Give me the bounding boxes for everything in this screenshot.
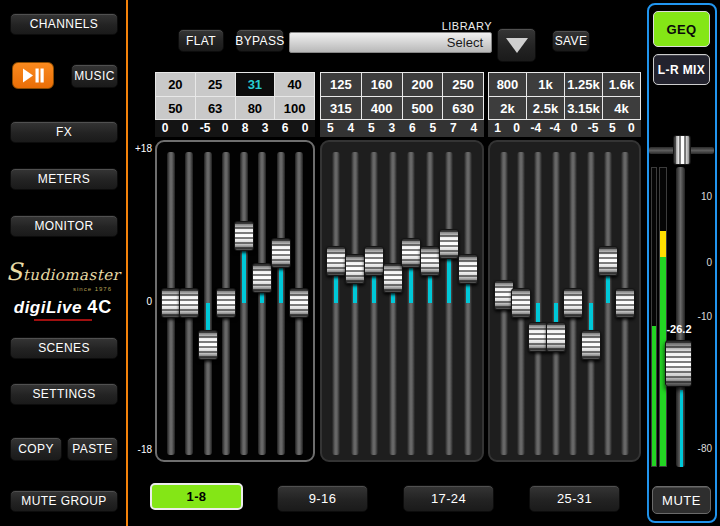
settings-button[interactable]: SETTINGS (10, 383, 118, 405)
fader-knob[interactable] (458, 254, 478, 284)
fader-track[interactable] (332, 152, 340, 455)
freq-cell-1.25k[interactable]: 1.25k (564, 73, 602, 96)
band-fader-8 (290, 142, 308, 460)
range-button-1-8[interactable]: 1-8 (150, 483, 243, 510)
fader-panel (155, 140, 315, 462)
bypass-button[interactable]: BYPASS (236, 29, 284, 52)
fader-knob[interactable] (179, 288, 199, 318)
monitor-button[interactable]: MONITOR (10, 215, 118, 237)
freq-cell-1k[interactable]: 1k (526, 73, 564, 96)
gain-value: 6 (275, 120, 295, 137)
fader-knob[interactable] (420, 246, 440, 276)
master-fader-value: -26.2 (657, 323, 701, 335)
gain-value: 0 (565, 120, 584, 137)
range-button-25-31[interactable]: 25-31 (529, 485, 620, 512)
freq-cell-800[interactable]: 800 (489, 73, 526, 96)
frequency-row: 2k2.5k3.15k4k (489, 96, 640, 119)
save-button[interactable]: SAVE (552, 30, 590, 52)
mute-group-button[interactable]: MUTE GROUP (10, 490, 118, 512)
freq-cell-31[interactable]: 31 (235, 73, 275, 96)
library-select-field[interactable]: Select (289, 32, 492, 53)
freq-cell-4k[interactable]: 4k (602, 97, 640, 119)
fader-knob[interactable] (364, 246, 384, 276)
freq-cell-200[interactable]: 200 (402, 73, 443, 96)
freq-cell-3.15k[interactable]: 3.15k (564, 97, 602, 119)
fader-knob[interactable] (511, 288, 531, 318)
fader-knob[interactable] (401, 238, 421, 268)
play-pause-button[interactable] (12, 62, 54, 89)
freq-cell-1.6k[interactable]: 1.6k (602, 73, 640, 96)
fader-track[interactable] (464, 152, 472, 455)
freq-cell-630[interactable]: 630 (442, 97, 483, 119)
scenes-button[interactable]: SCENES (10, 337, 118, 359)
band-fader-5 (235, 142, 253, 460)
fader-track[interactable] (389, 152, 397, 455)
lr-mix-button[interactable]: L-R MIX (653, 54, 710, 85)
fader-knob[interactable] (345, 254, 365, 284)
fader-knob[interactable] (581, 330, 601, 360)
freq-cell-400[interactable]: 400 (361, 97, 402, 119)
channels-button[interactable]: CHANNELS (10, 13, 118, 35)
paste-button[interactable]: PASTE (67, 437, 118, 461)
fader-knob[interactable] (216, 288, 236, 318)
band-fader-5 (565, 142, 582, 460)
fader-knob[interactable] (546, 322, 566, 352)
freq-cell-80[interactable]: 80 (235, 97, 275, 119)
fader-knob[interactable] (598, 246, 618, 276)
freq-cell-125[interactable]: 125 (321, 73, 361, 96)
fader-knob[interactable] (198, 330, 218, 360)
freq-cell-63[interactable]: 63 (195, 97, 235, 119)
meters-button[interactable]: METERS (10, 168, 118, 190)
fader-track[interactable] (604, 152, 612, 455)
geq-tab-button[interactable]: GEQ (653, 11, 710, 47)
fader-track[interactable] (258, 152, 266, 455)
fader-knob[interactable] (271, 238, 291, 268)
fader-track[interactable] (407, 152, 415, 455)
freq-cell-25[interactable]: 25 (195, 73, 235, 96)
band-fader-2 (180, 142, 198, 460)
range-button-17-24[interactable]: 17-24 (403, 485, 494, 512)
fader-knob[interactable] (563, 288, 583, 318)
fader-track[interactable] (240, 152, 248, 455)
fader-track[interactable] (445, 152, 453, 455)
freq-cell-20[interactable]: 20 (156, 73, 195, 96)
fader-knob[interactable] (289, 288, 309, 318)
fader-track[interactable] (351, 152, 359, 455)
fader-knob[interactable] (161, 288, 181, 318)
freq-cell-315[interactable]: 315 (321, 97, 361, 119)
fader-knob[interactable] (439, 229, 459, 259)
fader-knob[interactable] (383, 263, 403, 293)
gain-value: 5 (423, 120, 444, 137)
frequency-table: 8001k1.25k1.6k2k2.5k3.15k4k (488, 72, 641, 120)
freq-cell-40[interactable]: 40 (274, 73, 314, 96)
freq-cell-500[interactable]: 500 (402, 97, 443, 119)
fader-knob[interactable] (326, 246, 346, 276)
copy-button[interactable]: COPY (10, 437, 62, 461)
freq-cell-2.5k[interactable]: 2.5k (526, 97, 564, 119)
music-button[interactable]: MUSIC (71, 64, 118, 88)
flat-button[interactable]: FLAT (178, 29, 224, 52)
master-fader-knob[interactable] (665, 340, 692, 387)
gain-value: 5 (361, 120, 382, 137)
fader-knob[interactable] (252, 263, 272, 293)
fx-button[interactable]: FX (10, 121, 118, 143)
fader-track[interactable] (277, 152, 285, 455)
fader-track[interactable] (370, 152, 378, 455)
pan-slider-knob[interactable] (673, 135, 691, 165)
freq-cell-50[interactable]: 50 (156, 97, 195, 119)
model-name: digiLive (14, 298, 82, 317)
band-fader-8 (617, 142, 634, 460)
fader-track[interactable] (426, 152, 434, 455)
freq-cell-250[interactable]: 250 (442, 73, 483, 96)
freq-cell-160[interactable]: 160 (361, 73, 402, 96)
fader-knob[interactable] (615, 288, 635, 318)
library-dropdown-button[interactable] (497, 28, 536, 62)
band-fader-2 (512, 142, 529, 460)
frequency-row: 125160200250 (321, 73, 483, 96)
master-scale-label: -80 (688, 443, 712, 454)
freq-cell-100[interactable]: 100 (274, 97, 314, 119)
freq-cell-2k[interactable]: 2k (489, 97, 526, 119)
mute-button[interactable]: MUTE (652, 486, 711, 514)
range-button-9-16[interactable]: 9-16 (277, 485, 368, 512)
fader-knob[interactable] (234, 221, 254, 251)
